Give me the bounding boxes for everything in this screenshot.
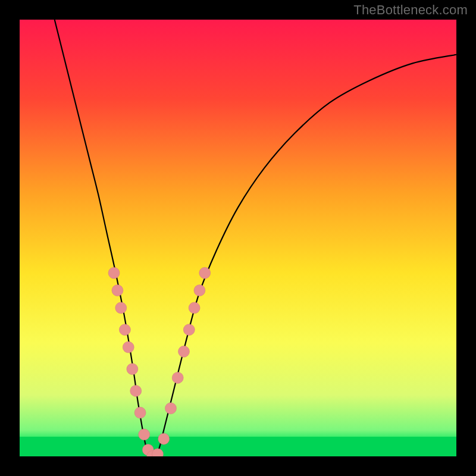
marker-point <box>115 302 127 314</box>
marker-point <box>189 302 200 314</box>
marker-point <box>119 324 130 336</box>
marker-point <box>108 267 120 278</box>
marker-point <box>112 285 123 296</box>
chart-svg <box>20 20 456 456</box>
watermark-text: TheBottleneck.com <box>353 2 468 18</box>
marker-point <box>139 429 150 440</box>
marker-point <box>130 385 142 396</box>
marker-point <box>183 324 195 336</box>
marker-point <box>199 267 211 278</box>
green-band <box>20 437 456 456</box>
marker-point <box>165 403 176 414</box>
marker-point <box>178 346 189 357</box>
marker-point <box>127 364 138 375</box>
marker-point <box>172 372 183 383</box>
chart-frame: TheBottleneck.com <box>0 0 476 476</box>
marker-point <box>194 285 205 296</box>
gradient-background <box>20 20 456 456</box>
marker-point <box>123 342 134 353</box>
marker-point <box>134 407 146 418</box>
plot-area <box>20 20 456 456</box>
marker-point <box>158 433 170 444</box>
